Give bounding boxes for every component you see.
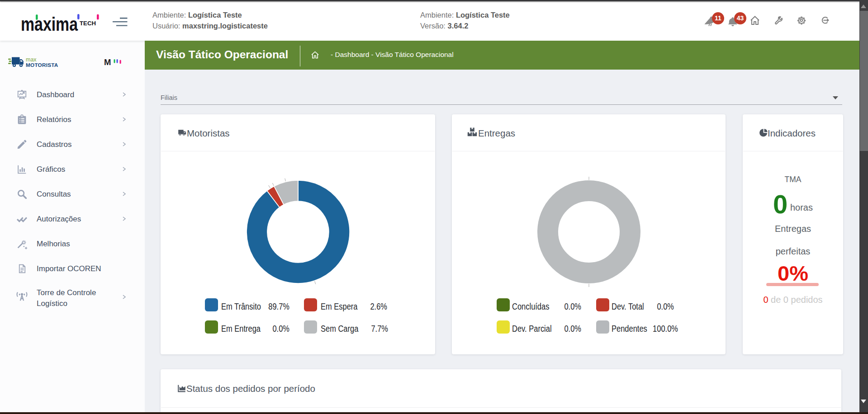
svg-text:M: M [104,57,111,67]
svg-text:TECH: TECH [80,20,96,27]
svg-text:maxima: maxima [21,13,78,33]
svg-text:MOTORISTA: MOTORISTA [26,62,58,68]
